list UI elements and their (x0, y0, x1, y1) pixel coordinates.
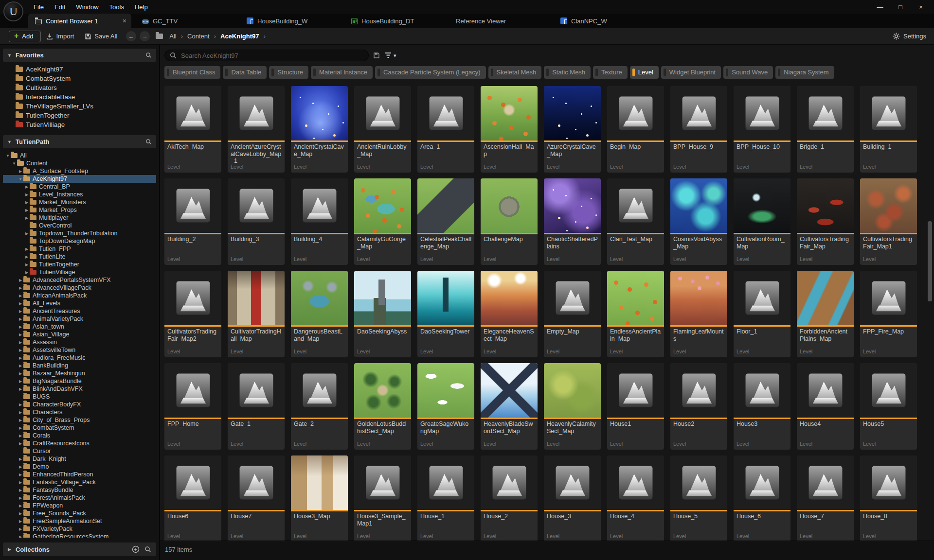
tree-item-fxvarietypack[interactable]: ▶FXVarietyPack (3, 525, 156, 533)
asset-tile[interactable]: EndlessAncientPlain_MapLevel (607, 271, 664, 357)
asset-tile[interactable]: AscensionHall_MapLevel (481, 86, 538, 173)
caret-icon[interactable]: ▶ (18, 356, 23, 360)
caret-icon[interactable]: ▶ (18, 527, 23, 531)
asset-tile[interactable]: House3_MapLevel (291, 455, 348, 541)
tree-item-tutienlite[interactable]: ▶TutienLite (3, 253, 156, 261)
tree-item-all-levels[interactable]: ▶All_Levels (3, 299, 156, 307)
asset-tile[interactable]: ForbiddenAncientPlains_MapLevel (797, 271, 854, 357)
asset-tile[interactable]: Building_4Level (291, 178, 348, 265)
tree-item-tutienvilliage[interactable]: ▶TutienVilliage (3, 268, 156, 276)
menu-edit[interactable]: Edit (49, 1, 71, 13)
asset-tile[interactable]: DaoSeekingAbyssLevel (354, 271, 411, 357)
caret-icon[interactable]: ▶ (18, 364, 23, 368)
tree-item-all[interactable]: ▼All (3, 152, 156, 159)
asset-tile[interactable]: Empty_MapLevel (544, 271, 601, 357)
asset-tile[interactable]: CultivatorTradingHall_MapLevel (228, 271, 285, 357)
tree-item-assassin[interactable]: ▶Assassin (3, 338, 156, 346)
caret-icon[interactable]: ▶ (18, 418, 23, 422)
tree-item-audiora-freemusic[interactable]: ▶Audiora_FreeMusic (3, 354, 156, 362)
tree-item-advancedportalssystemvfx[interactable]: ▶AdvancedPortalsSystemVFX (3, 276, 156, 284)
favorite-item-aceknight97[interactable]: AceKnight97 (4, 65, 155, 74)
tab-housebuilding-w[interactable]: HouseBuilding_W (236, 14, 341, 28)
caret-icon[interactable]: ▶ (18, 340, 23, 345)
tree-item-fantastic-village-pack[interactable]: ▶Fantastic_Village_Pack (3, 478, 156, 486)
search-icon[interactable] (144, 546, 151, 553)
asset-tile[interactable]: ChallengeMapLevel (481, 178, 538, 265)
favorite-item-cultivators[interactable]: Cultivators (4, 83, 155, 92)
tree-item-dark-knight[interactable]: ▶Dark_Knight (3, 455, 156, 463)
tree-item-bugs[interactable]: BUGS (3, 393, 156, 401)
asset-tile[interactable]: GreateSageWukongMapLevel (417, 363, 474, 450)
tree-item-tutien-fpp[interactable]: ▶Tutien_FPP (3, 245, 156, 253)
asset-tile[interactable]: House_4Level (607, 455, 664, 541)
asset-tile[interactable]: House4Level (797, 363, 854, 450)
tree-item-central-bp[interactable]: ▶Central_BP (3, 183, 156, 191)
caret-icon[interactable]: ▶ (18, 488, 23, 492)
caret-icon[interactable]: ▶ (18, 519, 23, 524)
asset-tile[interactable]: AncientRuinLobby_MapLevel (354, 86, 411, 173)
caret-icon[interactable]: ▶ (24, 247, 30, 251)
asset-tile[interactable]: CosmisVoidAbyss_MapLevel (670, 178, 727, 265)
asset-tile[interactable]: Building_2Level (164, 178, 221, 265)
tree-item-a-surface-footstep[interactable]: ▶A_Surface_Footstep (3, 167, 156, 175)
tree-item-enhancedthirdperson[interactable]: ▶EnhancedThirdPerson (3, 471, 156, 478)
tree-item-asian-village[interactable]: ▶Asian_Village (3, 331, 156, 338)
asset-tile[interactable]: AncientCrystalCave_MapLevel (291, 86, 348, 173)
caret-icon[interactable]: ▶ (18, 301, 23, 306)
asset-tile[interactable]: CultivatorsTradingFair_Map2Level (164, 271, 221, 357)
caret-icon[interactable]: ▶ (18, 379, 23, 384)
tree-item-animalvarietypack[interactable]: ▶AnimalVarietyPack (3, 315, 156, 323)
asset-tile[interactable]: House_3Level (544, 455, 601, 541)
filter-dropdown-button[interactable]: ▾ (384, 52, 396, 59)
caret-icon[interactable]: ▶ (18, 504, 23, 508)
tree-item-market-props[interactable]: ▶Market_Props (3, 206, 156, 214)
asset-tile[interactable]: FlamingLeafMountsLevel (670, 271, 727, 357)
caret-icon[interactable]: ▶ (18, 325, 23, 329)
search-box[interactable] (164, 50, 369, 61)
menu-window[interactable]: Window (71, 1, 104, 13)
breadcrumb-content[interactable]: Content (186, 33, 211, 40)
asset-tile[interactable]: Area_1Level (417, 86, 474, 173)
minimize-button[interactable]: — (870, 1, 890, 13)
asset-tile[interactable]: FPP_HomeLevel (164, 363, 221, 450)
tree-item-characters[interactable]: ▶Characters (3, 408, 156, 416)
caret-icon[interactable]: ▼ (11, 161, 17, 166)
tree-item-aceknight97[interactable]: ▼AceKnight97 (3, 175, 156, 183)
caret-icon[interactable]: ▶ (18, 317, 23, 321)
favorite-item-tutienvilliage[interactable]: TutienVilliage (4, 120, 155, 129)
asset-tile[interactable]: House6Level (164, 455, 221, 541)
caret-icon[interactable]: ▶ (24, 200, 30, 205)
caret-icon[interactable]: ▶ (18, 434, 23, 438)
filter-chip-sound-wave[interactable]: Sound Wave (723, 66, 773, 79)
tree-item-multiplayer[interactable]: ▶Multiplayer (3, 214, 156, 222)
path-panel-header[interactable]: ▼ TuTienPath (3, 135, 156, 148)
filter-chip-texture[interactable]: Texture (593, 66, 628, 79)
tree-item-forestanimalspack[interactable]: ▶ForestAnimalsPack (3, 494, 156, 502)
tree-item-bankbuilding[interactable]: ▶BankBuilding (3, 362, 156, 369)
tree-item-bigniagarabundle[interactable]: ▶BigNiagaraBundle (3, 377, 156, 385)
import-button[interactable]: Import (41, 31, 79, 42)
asset-tile[interactable]: House_7Level (797, 455, 854, 541)
menu-file[interactable]: File (28, 1, 49, 13)
caret-icon[interactable]: ▶ (18, 426, 23, 430)
add-collection-icon[interactable] (132, 545, 140, 553)
back-button[interactable]: ← (126, 31, 136, 41)
tree-item-corals[interactable]: ▶Corals (3, 432, 156, 439)
asset-tile[interactable]: EleganceHeavenSect_MapLevel (481, 271, 538, 357)
filter-chip-data-table[interactable]: Data Table (223, 66, 267, 79)
breadcrumb-aceknight97[interactable]: AceKnight97 (219, 33, 260, 40)
tree-item-asian-town[interactable]: ▶Asian_town (3, 323, 156, 331)
asset-tile[interactable]: CultivatorsTradingFair_MapLevel (797, 178, 854, 265)
asset-tile[interactable]: House_6Level (734, 455, 790, 541)
caret-icon[interactable]: ▶ (24, 185, 30, 189)
asset-tile[interactable]: CultivatorsTradingFair_Map1Level (860, 178, 917, 265)
tree-item-assetsvilletown[interactable]: ▶AssetsvilleTown (3, 346, 156, 354)
asset-tile[interactable]: House_5Level (670, 455, 727, 541)
caret-icon[interactable]: ▶ (18, 294, 23, 298)
favorites-header[interactable]: ▼ Favorites (3, 49, 156, 62)
caret-icon[interactable]: ▶ (18, 332, 23, 337)
caret-icon[interactable]: ▶ (24, 231, 30, 236)
maximize-button[interactable]: □ (890, 1, 911, 13)
tree-item-craftresourcesicons[interactable]: ▶CraftResourcesIcons (3, 439, 156, 447)
asset-tile[interactable]: Begin_MapLevel (607, 86, 664, 173)
